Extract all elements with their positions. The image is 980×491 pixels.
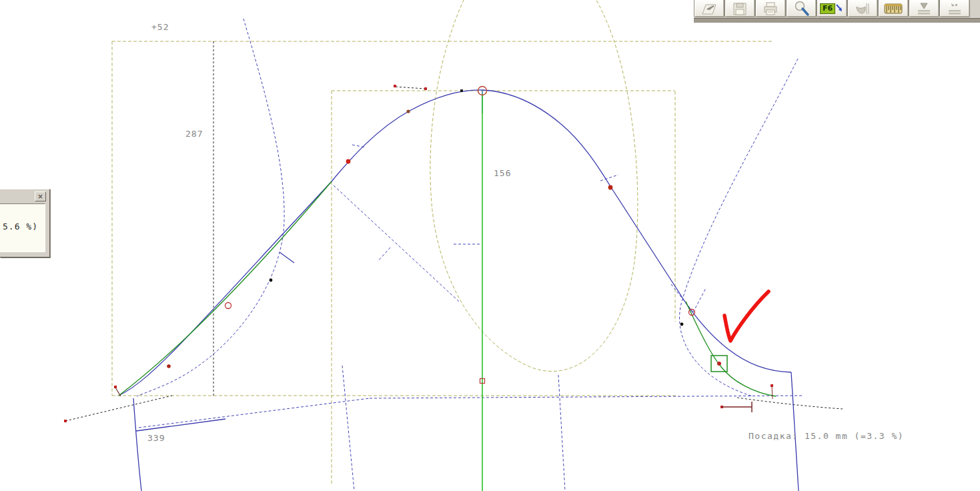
- open-button[interactable]: [694, 0, 724, 17]
- measure-tape-icon: [883, 1, 903, 16]
- download-lines-icon: [915, 1, 933, 16]
- close-button[interactable]: ×: [35, 191, 46, 201]
- dialog-titlebar[interactable]: ×: [0, 189, 49, 203]
- print-icon: [762, 1, 779, 16]
- export-button[interactable]: [939, 0, 970, 17]
- red-checkmark-annotation: [724, 292, 769, 341]
- status-ease-readout: Посадка: 15.0 mm (=3.3 %): [749, 431, 904, 441]
- control-points: [167, 87, 721, 384]
- close-icon: ×: [37, 193, 43, 200]
- green-seam-curves: [119, 181, 776, 396]
- label-cap-center: 156: [494, 168, 511, 178]
- label-hem: 339: [147, 433, 165, 443]
- measure-marks: [64, 85, 773, 422]
- toolbar: F6: [694, 0, 980, 22]
- sleeve-cap-outline: [119, 90, 799, 491]
- f6-grading-icon: F6: [820, 3, 835, 14]
- cup-icon: [854, 1, 871, 16]
- black-dashed-lines: [65, 41, 843, 421]
- blue-dashed-lines: [137, 19, 802, 491]
- export-lines-icon: [946, 1, 963, 16]
- label-back-width: 287: [185, 129, 203, 139]
- toolbar-strip: [694, 18, 980, 23]
- save-icon: [732, 1, 748, 16]
- dialog-body: 5.6 %): [0, 203, 45, 252]
- drawing-canvas[interactable]: [0, 0, 980, 491]
- toolbar-row: F6: [694, 0, 980, 18]
- zoom-icon: [793, 1, 810, 17]
- ease-dialog: × 5.6 %): [0, 189, 50, 258]
- print-button[interactable]: [755, 0, 786, 17]
- measure-button[interactable]: [878, 0, 909, 17]
- construction-frame-lines: [112, 0, 773, 486]
- f6-button[interactable]: F6: [817, 0, 847, 17]
- f6-arrow-icon: [836, 4, 844, 13]
- label-offset-top: +52: [151, 22, 169, 32]
- open-icon: [700, 1, 718, 16]
- zoom-button[interactable]: [786, 0, 817, 17]
- armhole-oval: [430, 0, 638, 372]
- download-button[interactable]: [909, 0, 939, 17]
- dialog-value-text: 5.6 %): [3, 221, 38, 231]
- app-window: +52 287 156 339 Посадка: 15.0 mm (=3.3 %…: [0, 0, 980, 491]
- save-button[interactable]: [724, 0, 755, 17]
- cup-button[interactable]: [847, 0, 878, 17]
